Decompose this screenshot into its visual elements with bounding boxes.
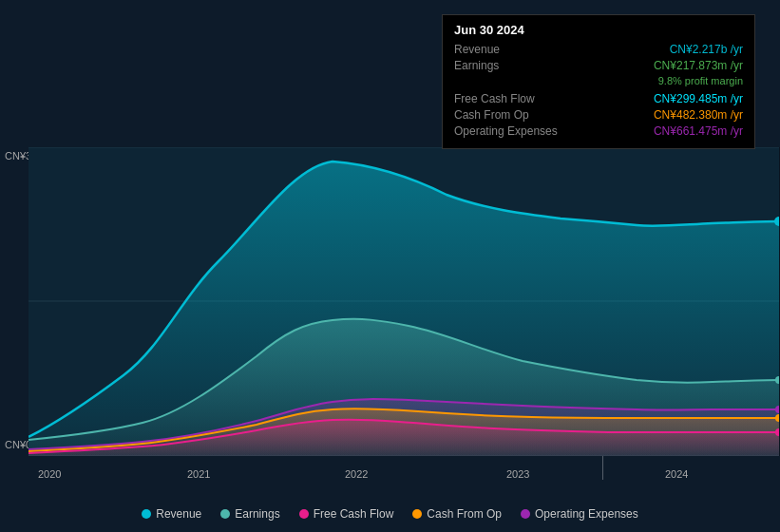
y-label-bottom: CN¥0: [5, 439, 31, 450]
tooltip-label-cashfromop: Cash From Op: [454, 108, 599, 122]
chart-svg: [29, 147, 779, 456]
legend-dot-cashfromop: [412, 509, 422, 519]
tooltip-date: Jun 30 2024: [454, 23, 743, 37]
legend-label-cashfromop: Cash From Op: [427, 507, 502, 521]
x-label-2022: 2022: [345, 468, 368, 480]
legend-label-opex: Operating Expenses: [535, 507, 638, 521]
chart-legend: Revenue Earnings Free Cash Flow Cash Fro…: [0, 507, 780, 521]
x-label-2021: 2021: [187, 468, 210, 480]
tooltip-row-earnings: Earnings CN¥217.873m /yr: [454, 59, 743, 72]
x-label-2024: 2024: [665, 468, 688, 480]
tooltip-row-profit-margin: 9.8% profit margin: [454, 75, 743, 89]
legend-dot-opex: [521, 509, 530, 519]
legend-item-opex[interactable]: Operating Expenses: [521, 507, 638, 521]
legend-label-revenue: Revenue: [156, 507, 201, 521]
tooltip-label-fcf: Free Cash Flow: [454, 92, 599, 105]
x-label-2020: 2020: [38, 468, 61, 480]
tooltip-value-profit-margin: 9.8% profit margin: [658, 75, 743, 86]
chart-container: Jun 30 2024 Revenue CN¥2.217b /yr Earnin…: [0, 0, 780, 532]
tooltip-box: Jun 30 2024 Revenue CN¥2.217b /yr Earnin…: [442, 14, 755, 149]
legend-item-revenue[interactable]: Revenue: [142, 507, 201, 521]
tooltip-value-revenue: CN¥2.217b /yr: [599, 43, 743, 56]
legend-dot-revenue: [142, 509, 151, 519]
legend-item-cashfromop[interactable]: Cash From Op: [412, 507, 502, 521]
tooltip-label-revenue: Revenue: [454, 43, 599, 56]
tooltip-value-fcf: CN¥299.485m /yr: [599, 92, 743, 105]
tooltip-row-revenue: Revenue CN¥2.217b /yr: [454, 43, 743, 56]
tooltip-value-earnings: CN¥217.873m /yr: [599, 59, 743, 72]
legend-item-earnings[interactable]: Earnings: [220, 507, 279, 521]
legend-dot-fcf: [299, 509, 309, 519]
legend-dot-earnings: [220, 509, 230, 519]
tooltip-label-earnings: Earnings: [454, 59, 599, 72]
tooltip-row-fcf: Free Cash Flow CN¥299.485m /yr: [454, 92, 743, 105]
tooltip-row-cashfromop: Cash From Op CN¥482.380m /yr: [454, 108, 743, 122]
legend-label-fcf: Free Cash Flow: [314, 507, 394, 521]
tooltip-value-opex: CN¥661.475m /yr: [599, 124, 743, 138]
tooltip-row-opex: Operating Expenses CN¥661.475m /yr: [454, 124, 743, 138]
tooltip-value-cashfromop: CN¥482.380m /yr: [599, 108, 743, 122]
legend-item-fcf[interactable]: Free Cash Flow: [299, 507, 394, 521]
legend-label-earnings: Earnings: [235, 507, 279, 521]
x-label-2023: 2023: [506, 468, 529, 480]
tooltip-label-opex: Operating Expenses: [454, 124, 599, 138]
